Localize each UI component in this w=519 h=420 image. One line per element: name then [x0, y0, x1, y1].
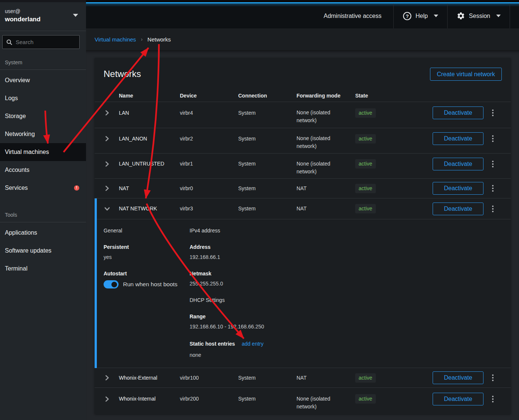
static-host-entries-label: Static host entries: [190, 340, 235, 348]
status-badge: active: [355, 159, 376, 169]
table-row-lan-anon: LAN_ANON virbr2 System None (isolated ne…: [95, 128, 511, 154]
breadcrumb-link-virtual-machines[interactable]: Virtual machines: [95, 36, 136, 43]
expanded-row-block: NAT NETWORK virbr3 System NAT active Dea…: [95, 198, 511, 368]
create-virtual-network-button[interactable]: Create virtual network: [430, 68, 502, 81]
cell-forwarding-mode: NAT: [291, 185, 349, 192]
cell-connection: System: [232, 374, 291, 382]
autostart-switch-label: Run when host boots: [123, 281, 178, 288]
gear-icon: [457, 12, 465, 20]
deactivate-button[interactable]: Deactivate: [433, 182, 483, 195]
column-header-state: State: [349, 93, 427, 99]
sidebar-item-services[interactable]: Services !: [0, 179, 86, 197]
cell-name: Whonix-Internal: [113, 395, 174, 403]
address-label: Address: [190, 243, 502, 251]
deactivate-button[interactable]: Deactivate: [433, 203, 483, 215]
table-row-lan-untrusted: LAN_UNTRUSTED virbr1 System None (isolat…: [95, 154, 511, 179]
cell-actions: Deactivate: [427, 393, 511, 405]
status-badge: active: [355, 394, 376, 404]
netmask-label: Netmask: [190, 270, 502, 278]
chevron-down-icon: [434, 15, 438, 17]
kebab-menu-button[interactable]: [490, 204, 496, 214]
sidebar-item-applications[interactable]: Applications: [0, 224, 86, 242]
add-entry-link[interactable]: add entry: [242, 340, 263, 348]
page-title: Networks: [104, 68, 141, 80]
cell-device: virbr200: [174, 395, 232, 403]
table-row-nat-network: NAT NETWORK virbr3 System NAT active Dea…: [95, 198, 511, 219]
chevron-right-icon: [105, 375, 109, 381]
row-expander-button[interactable]: [95, 136, 113, 142]
static-host-entries-value: none: [190, 351, 502, 359]
detail-left-column: General Persistent yes Autostart Run whe…: [104, 227, 190, 289]
deactivate-button[interactable]: Deactivate: [433, 393, 483, 405]
table-row-whonix-internal: Whonix-Internal virbr200 System None (is…: [95, 388, 511, 414]
table-row-lan: LAN virbr4 System None (isolated network…: [95, 102, 511, 128]
sidebar-item-overview[interactable]: Overview: [0, 71, 86, 89]
cell-forwarding-mode: NAT: [291, 205, 349, 213]
cell-device: virbr2: [174, 135, 232, 143]
cell-name: Whonix-External: [113, 374, 174, 382]
status-badge: active: [355, 134, 376, 143]
chevron-right-icon: [105, 396, 109, 402]
sidebar: user@ wonderland System Overview Logs St…: [0, 0, 86, 420]
kebab-menu-button[interactable]: [490, 108, 496, 118]
nav-item-label: Logs: [5, 95, 18, 102]
administrative-access-button[interactable]: Administrative access: [311, 3, 393, 28]
user-menu[interactable]: user@ wonderland: [0, 0, 86, 31]
host-name: wonderland: [5, 15, 80, 24]
sidebar-nav: System Overview Logs Storage Networking …: [0, 59, 86, 278]
masthead-end-spacer: [510, 3, 519, 28]
cell-connection: System: [232, 395, 291, 403]
search-input[interactable]: [16, 39, 90, 45]
cell-state: active: [349, 204, 427, 213]
deactivate-button[interactable]: Deactivate: [433, 132, 483, 145]
status-badge: active: [355, 204, 376, 213]
kebab-menu-button[interactable]: [490, 134, 496, 143]
kebab-menu-button[interactable]: [490, 183, 496, 193]
cell-device: virbr100: [174, 374, 232, 382]
session-menu-button[interactable]: Session: [448, 3, 510, 28]
deactivate-button[interactable]: Deactivate: [433, 371, 483, 384]
chevron-down-icon: [73, 14, 78, 17]
row-expander-button[interactable]: [95, 375, 113, 381]
row-expander-button[interactable]: [95, 396, 113, 402]
autostart-switch-row: Run when host boots: [104, 280, 190, 289]
help-menu-button[interactable]: ? Help: [394, 3, 447, 28]
sidebar-item-accounts[interactable]: Accounts: [0, 161, 86, 179]
sidebar-item-terminal[interactable]: Terminal: [0, 260, 86, 278]
kebab-menu-button[interactable]: [490, 373, 496, 383]
status-badge: active: [355, 184, 376, 193]
table-row-whonix-external: Whonix-External virbr100 System NAT acti…: [95, 368, 511, 388]
column-header-device: Device: [174, 93, 232, 99]
svg-text:?: ?: [406, 13, 409, 19]
cell-forwarding-mode: None (isolated network): [291, 160, 349, 176]
row-expander-button[interactable]: [95, 206, 113, 212]
chevron-right-icon: [105, 161, 109, 167]
chevron-down-icon: [104, 207, 110, 211]
nav-item-label: Accounts: [5, 167, 30, 173]
kebab-menu-button[interactable]: [490, 159, 496, 169]
kebab-menu-button[interactable]: [490, 394, 496, 404]
help-icon: ?: [403, 12, 412, 21]
exclamation-badge: !: [74, 185, 79, 191]
deactivate-button[interactable]: Deactivate: [433, 106, 483, 119]
row-expander-button[interactable]: [95, 110, 113, 116]
network-detail-panel: General Persistent yes Autostart Run whe…: [95, 219, 511, 368]
cell-connection: System: [232, 160, 291, 168]
cell-device: virbr1: [174, 160, 232, 168]
cell-actions: Deactivate: [427, 182, 511, 195]
nav-item-label: Storage: [5, 113, 26, 120]
sidebar-item-virtual-machines[interactable]: Virtual machines: [0, 143, 86, 161]
row-expander-button[interactable]: [95, 185, 113, 191]
sidebar-item-storage[interactable]: Storage: [0, 107, 86, 125]
nav-section-title: System: [0, 59, 86, 66]
row-expander-button[interactable]: [95, 161, 113, 167]
cell-actions: Deactivate: [427, 371, 511, 384]
sidebar-item-logs[interactable]: Logs: [0, 89, 86, 107]
cell-name: LAN_UNTRUSTED: [113, 160, 174, 168]
deactivate-button[interactable]: Deactivate: [433, 158, 483, 170]
cell-device: virbr0: [174, 185, 232, 192]
sidebar-item-software-updates[interactable]: Software updates: [0, 242, 86, 260]
autostart-toggle[interactable]: [104, 280, 119, 288]
help-label: Help: [415, 13, 428, 19]
sidebar-item-networking[interactable]: Networking: [0, 125, 86, 143]
